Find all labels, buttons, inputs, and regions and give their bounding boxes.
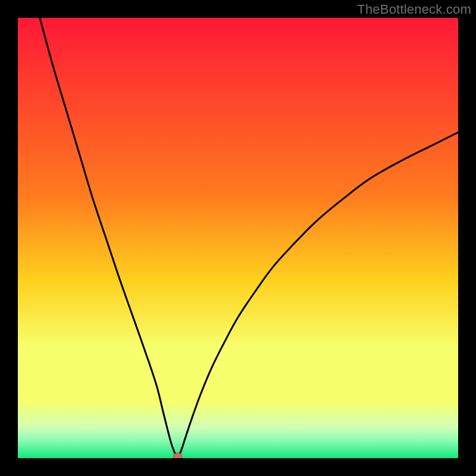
chart-svg — [18, 18, 458, 458]
optimum-marker — [174, 453, 182, 458]
gradient-background — [18, 18, 458, 458]
plot-area — [18, 18, 458, 458]
watermark-text: TheBottleneck.com — [357, 2, 471, 17]
chart-container: TheBottleneck.com — [0, 0, 476, 476]
